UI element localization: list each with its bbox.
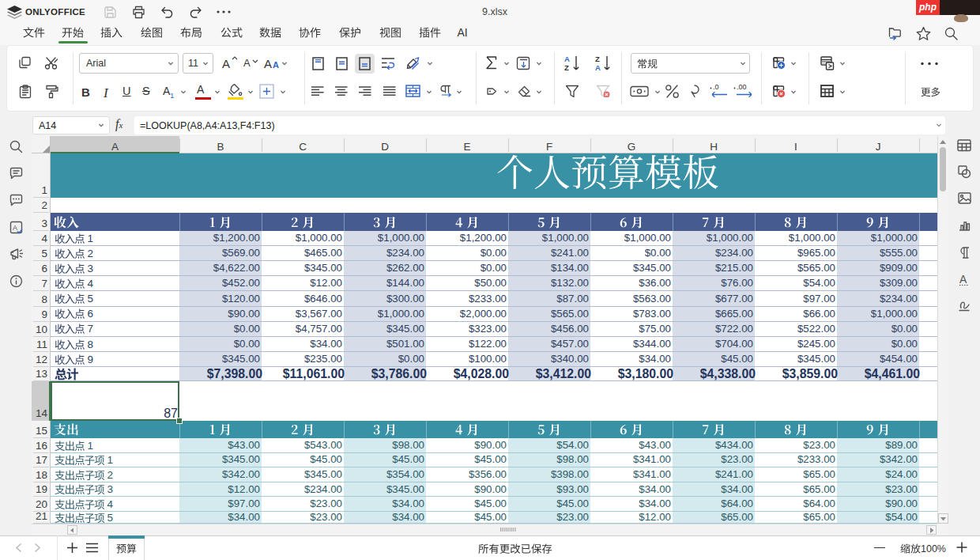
svg-text:Z: Z [564, 63, 569, 72]
svg-text:A: A [13, 224, 17, 232]
svg-text:A: A [564, 55, 570, 63]
svg-text:.00: .00 [737, 83, 747, 91]
svg-text:A: A [595, 63, 601, 72]
svg-text:Z: Z [595, 55, 600, 63]
svg-text:.0: .0 [713, 83, 719, 91]
svg-text:A: A [959, 273, 967, 286]
